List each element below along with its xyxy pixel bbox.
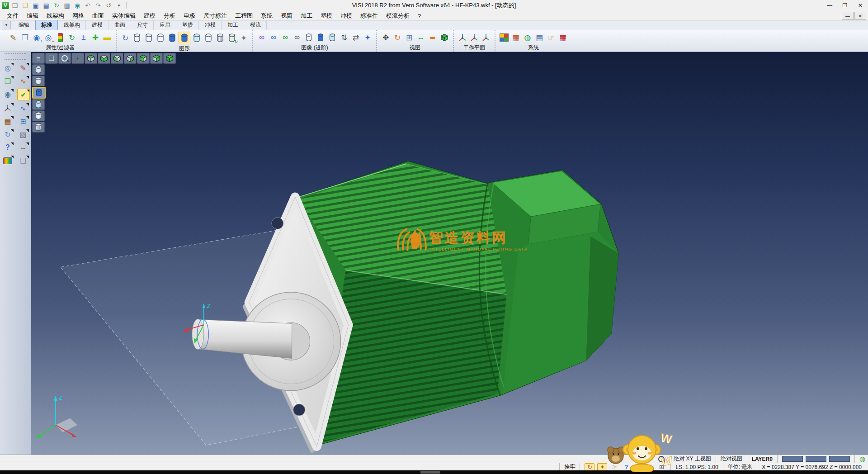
view-left-icon[interactable] bbox=[137, 53, 150, 64]
view-isometric-icon[interactable] bbox=[163, 53, 176, 64]
snap-rotate-icon[interactable]: ↻ bbox=[585, 463, 594, 471]
new-document-icon[interactable]: ❏ bbox=[10, 1, 19, 9]
view-plane-readout[interactable]: 绝对 XY 上视图 bbox=[669, 455, 715, 463]
3d-viewport-canvas[interactable]: Z bbox=[31, 52, 868, 455]
tab-modeling[interactable]: 建模 bbox=[86, 20, 108, 30]
search-entities-icon[interactable]: ◎ bbox=[2, 62, 14, 73]
section-column-icon[interactable] bbox=[303, 32, 314, 43]
clip-column-icon[interactable] bbox=[315, 32, 326, 43]
display-hatched-icon[interactable] bbox=[32, 122, 45, 133]
status-search-icon[interactable] bbox=[654, 455, 669, 463]
dock-drag-handle[interactable] bbox=[5, 53, 26, 60]
menu-item-help[interactable]: ? bbox=[414, 11, 425, 20]
restore-button[interactable]: ❐ bbox=[837, 0, 853, 11]
remove-selection-icon[interactable]: ▬ bbox=[102, 32, 113, 43]
zoom-window-icon[interactable]: ⊞ bbox=[404, 32, 415, 43]
display-hidden-line-icon[interactable] bbox=[32, 76, 45, 86]
selection-options-icon[interactable]: ☞ bbox=[546, 32, 557, 43]
menu-item-electrode[interactable]: 电极 bbox=[179, 11, 199, 20]
hatched-mode-icon[interactable] bbox=[215, 32, 226, 44]
tab-application[interactable]: 应用 bbox=[154, 20, 176, 30]
swap-view-icon[interactable]: ⇄ bbox=[350, 32, 361, 43]
menu-item-wireframe[interactable]: 线架构 bbox=[42, 11, 68, 20]
copy-attributes-icon[interactable]: ❐ bbox=[19, 32, 30, 43]
pick-hand-icon[interactable]: ☞ bbox=[610, 464, 619, 470]
menu-item-solid-edit[interactable]: 实体编辑 bbox=[108, 11, 140, 20]
open-file-icon[interactable]: ❒ bbox=[21, 1, 30, 9]
dual-view-icon[interactable]: ∞ bbox=[268, 32, 279, 43]
display-shaded-edges-icon[interactable] bbox=[32, 99, 45, 110]
graphics-tools-icon[interactable]: ✦ bbox=[238, 32, 249, 44]
menu-item-surface[interactable]: 曲面 bbox=[88, 11, 108, 20]
menu-item-dimension[interactable]: 尺寸标注 bbox=[199, 11, 231, 20]
associativity-cube-icon[interactable]: ◆ bbox=[633, 464, 642, 470]
taskbar-item[interactable] bbox=[420, 471, 440, 474]
previous-view-icon[interactable]: ➥ bbox=[427, 32, 438, 43]
style-swatch[interactable] bbox=[829, 456, 850, 462]
rotate-view-icon[interactable]: ↻ bbox=[392, 32, 403, 43]
display-shaded-icon[interactable] bbox=[32, 87, 46, 99]
menu-item-standard-parts[interactable]: 标准件 bbox=[356, 11, 382, 20]
save-icon[interactable]: ▣ bbox=[31, 1, 40, 9]
edit-attributes-icon[interactable]: ✎ bbox=[8, 32, 19, 43]
line-swatch[interactable] bbox=[806, 456, 826, 462]
solid-cube-icon[interactable]: ▧ bbox=[17, 129, 29, 140]
color-table-icon[interactable]: ▦ bbox=[510, 32, 521, 43]
edit-curve-icon[interactable]: ∿ bbox=[17, 103, 29, 114]
pan-view-icon[interactable]: ✥ bbox=[380, 32, 391, 43]
workplane-move-icon[interactable] bbox=[481, 32, 491, 43]
viewport-zoom-icon[interactable] bbox=[58, 53, 71, 64]
tab-standard[interactable]: 标准 bbox=[35, 20, 58, 30]
view-top-icon[interactable] bbox=[85, 53, 97, 64]
slice-column-icon[interactable] bbox=[327, 32, 338, 43]
assistant-bubble-icon[interactable]: A bbox=[638, 455, 654, 463]
redraw-icon[interactable]: ↻ bbox=[120, 32, 131, 44]
dashed-hidden-mode-icon[interactable] bbox=[155, 32, 166, 44]
grid-pane-icon[interactable]: ⊞ bbox=[17, 116, 29, 127]
notes-document-icon[interactable]: ❏ bbox=[17, 155, 29, 166]
menu-item-machining[interactable]: 加工 bbox=[297, 11, 316, 20]
print-icon[interactable]: ▥ bbox=[62, 1, 71, 9]
view-mode-readout[interactable]: 绝对视图 bbox=[716, 455, 747, 463]
save-sync-icon[interactable]: ↻ bbox=[52, 1, 61, 9]
multi-window-icon[interactable]: ⊞ bbox=[657, 464, 666, 470]
magic-wand-icon[interactable]: ✦ bbox=[597, 463, 607, 471]
system-settings-globe-icon[interactable]: ◍ bbox=[522, 32, 533, 43]
grid-settings-icon[interactable]: ▦ bbox=[557, 32, 568, 43]
menu-item-die[interactable]: 冲模 bbox=[336, 11, 356, 20]
viewport-ucs-icon[interactable] bbox=[71, 53, 84, 64]
isometric-view-icon[interactable] bbox=[439, 32, 450, 43]
workplane-align-icon[interactable] bbox=[469, 32, 480, 43]
redo-icon[interactable]: ↷ bbox=[94, 1, 103, 9]
hide-entities-icon[interactable]: ◎− bbox=[43, 32, 54, 43]
qat-dropdown-icon[interactable]: ▾ bbox=[114, 1, 123, 9]
toolbar-flyout-icon[interactable]: ▼ bbox=[2, 21, 11, 29]
regenerate-solid-icon[interactable]: ↻ bbox=[226, 32, 237, 44]
help-icon[interactable]: ? bbox=[2, 142, 14, 153]
tab-surface[interactable]: 曲面 bbox=[108, 20, 131, 30]
menu-item-mesh[interactable]: 网格 bbox=[68, 11, 88, 20]
compare-views-icon[interactable]: ∞ bbox=[256, 32, 267, 43]
filter-traffic-light-icon[interactable] bbox=[55, 32, 66, 43]
mdi-minimize-button[interactable]: — bbox=[842, 12, 854, 20]
tab-flow[interactable]: 模流 bbox=[244, 20, 267, 30]
wireframe-mode-icon[interactable] bbox=[132, 32, 142, 44]
view-back-icon[interactable] bbox=[124, 53, 137, 64]
hidden-line-mode-icon[interactable] bbox=[143, 32, 154, 44]
color-palette-icon[interactable] bbox=[499, 32, 509, 43]
menu-item-edit[interactable]: 编辑 bbox=[23, 11, 42, 20]
tab-mold[interactable]: 塑膜 bbox=[176, 20, 199, 30]
viewport-menu-icon[interactable]: ≡ bbox=[32, 53, 45, 64]
zoom-extents-icon[interactable]: ◉ bbox=[2, 89, 14, 100]
menu-item-window[interactable]: 视窗 bbox=[277, 11, 297, 20]
print-preview-icon[interactable]: ◉ bbox=[73, 1, 82, 9]
undo-icon[interactable]: ↶ bbox=[83, 1, 92, 9]
selection-frame-icon[interactable]: ❑ bbox=[2, 76, 14, 86]
menu-item-modeling[interactable]: 建模 bbox=[140, 11, 160, 20]
confirm-check-icon[interactable]: ✔ bbox=[17, 89, 30, 100]
shaded-mode-icon[interactable] bbox=[167, 32, 178, 44]
close-button[interactable]: ✕ bbox=[853, 0, 868, 11]
menu-item-mold[interactable]: 塑模 bbox=[316, 11, 336, 20]
flat-mode-icon[interactable] bbox=[203, 32, 214, 44]
linked-view-icon[interactable]: ∞ bbox=[280, 32, 291, 43]
